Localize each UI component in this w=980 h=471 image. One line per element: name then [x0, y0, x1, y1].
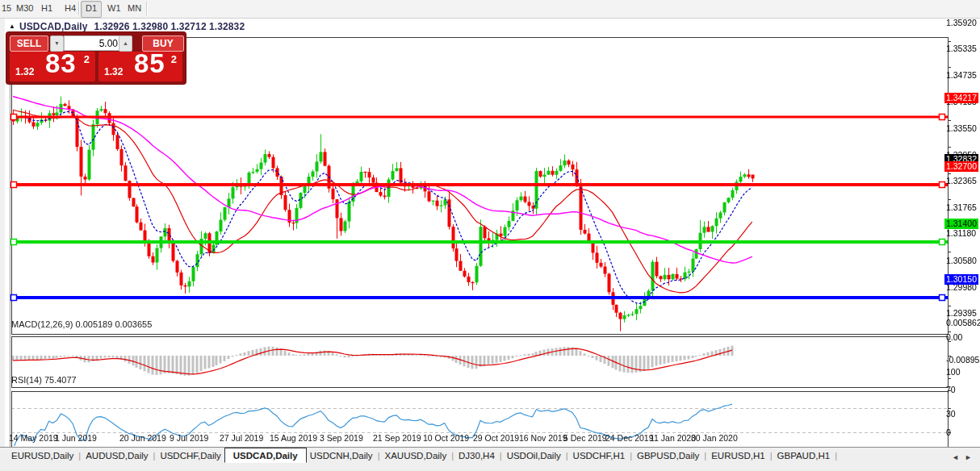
timeframe-button-h4[interactable]: H4: [61, 1, 80, 16]
toolbar-separator: [146, 2, 147, 15]
date-axis-label: 24 Dec 2019: [605, 433, 654, 443]
date-axis-label: 11 Jan 2020: [650, 433, 696, 443]
tab-separator: |: [450, 448, 455, 461]
sell-button[interactable]: SELL: [10, 35, 48, 52]
level-price-tag-1.31400: 1.31400: [944, 219, 978, 229]
level-price-tag-1.30150: 1.30150: [944, 274, 978, 285]
tab-separator: |: [628, 448, 634, 461]
price-axis-tick: 1.31180: [946, 228, 976, 238]
level-price-tag-1.32700: 1.32700: [944, 161, 978, 172]
date-axis-label: 3 Sep 2019: [320, 433, 363, 443]
volume-increase-button[interactable]: ▲: [119, 35, 132, 52]
date-axis-label: 29 Oct 2019: [473, 433, 519, 443]
tabs-scroll-left-button[interactable]: ◄: [949, 452, 962, 463]
date-axis-label: 5 Dec 2019: [563, 433, 607, 443]
rsi-axis-tick: 0: [946, 427, 951, 437]
timeframe-button-m30[interactable]: M30: [12, 1, 37, 16]
buy-price-sup: 2: [171, 53, 177, 65]
tab-separator: |: [376, 448, 382, 461]
rsi-axis-tick: 100: [946, 367, 961, 377]
macd-axis-tick: -0.008955: [946, 355, 980, 365]
date-axis-label: 27 Jul 2019: [220, 433, 263, 443]
tab-usdcnh-daily[interactable]: USDCNH,Daily: [307, 448, 376, 461]
symbol-tab-bar: EURUSD,Daily|AUDUSD,Daily|USDCHF,DailyUS…: [0, 447, 980, 471]
tab-usdchf-h1[interactable]: USDCHF,H1: [570, 448, 629, 461]
tab-dj30-h4[interactable]: DJ30,H4: [455, 448, 498, 461]
price-axis-tick: 1.30580: [946, 256, 977, 265]
tab-separator: |: [702, 448, 708, 461]
sell-price-prefix: 1.32: [15, 66, 34, 77]
date-axis-label: 21 Sep 2019: [373, 433, 421, 443]
mt4-terminal: { "toolbar": { "timeframes": [ {"label":…: [0, 0, 980, 471]
sell-price-button[interactable]: 1.32 83 2: [10, 52, 95, 81]
tabs-scroll-right-button[interactable]: ►: [961, 452, 975, 463]
macd-label: MACD(12,26,9) 0.005189 0.003655: [11, 319, 152, 329]
timeframe-button-mn[interactable]: MN: [124, 1, 145, 16]
price-axis-tick: 1.29395: [946, 308, 977, 318]
sell-price-big: 83: [45, 48, 77, 79]
tab-eurusd-h1[interactable]: EURUSD,H1: [708, 448, 768, 461]
tab-separator: |: [769, 448, 774, 461]
macd-axis-tick: 0.00: [946, 332, 962, 342]
buy-price-button[interactable]: 1.32 85 2: [98, 52, 182, 81]
date-axis-label: 10 Oct 2019: [423, 433, 469, 443]
tab-xauusd-daily[interactable]: XAUUSD,Daily: [381, 448, 450, 461]
buy-price-big: 85: [134, 48, 165, 79]
timeframe-button-d1[interactable]: D1: [81, 1, 102, 18]
level-price-tag-1.34217: 1.34217: [944, 93, 978, 103]
date-axis-label: 30 Jan 2020: [691, 433, 738, 443]
tab-separator: |: [77, 448, 82, 461]
price-axis-tick: 1.35335: [946, 44, 977, 53]
symbol-header: USDCAD,Daily1.32926 1.32980 1.32712 1.32…: [19, 21, 245, 32]
date-axis-label: 15 Aug 2019: [270, 433, 317, 443]
date-axis-label: 16 Nov 2019: [519, 433, 567, 443]
tab-usdcad-daily[interactable]: USDCAD,Daily: [224, 448, 307, 463]
date-axis-label: 14 May 2019: [9, 433, 58, 443]
timeframe-toolbar: 15M30H1H4D1W1MN: [0, 0, 980, 19]
date-axis-label: 9 Jul 2019: [170, 433, 208, 443]
spinner-down-icon: ▼: [54, 40, 60, 46]
tab-separator: |: [152, 448, 157, 461]
buy-price-prefix: 1.32: [104, 66, 123, 77]
tab-separator: |: [498, 448, 504, 461]
one-click-trade-panel: SELL ▼ ▲ BUY 1.32 83 2 1.32 85 2: [6, 32, 186, 84]
tab-separator: |: [564, 448, 570, 461]
date-axis-label: 20 Jun 2019: [119, 433, 166, 443]
chart-canvas[interactable]: [5, 19, 980, 471]
tab-gbpusd-daily[interactable]: GBPUSD,Daily: [634, 448, 702, 461]
sell-price-sup: 2: [84, 53, 90, 65]
toolbar-separator: [78, 2, 79, 15]
timeframe-button-w1[interactable]: W1: [103, 1, 125, 16]
price-axis-tick: 1.34735: [946, 70, 977, 80]
price-axis-tick: 1.31765: [946, 202, 977, 212]
price-axis-tick: 1.33550: [946, 123, 977, 133]
tab-usdoil-daily[interactable]: USDOil,Daily: [504, 448, 564, 461]
rsi-label: RSI(14) 75.4077: [11, 375, 77, 385]
spinner-up-icon: ▲: [123, 40, 128, 46]
tab-gbpaud-h1[interactable]: GBPAUD,H1: [774, 448, 834, 461]
ohlc-values: 1.32926 1.32980 1.32712 1.32832: [94, 21, 245, 32]
date-axis-label: 1 Jun 2019: [55, 433, 97, 443]
tab-audusd-daily[interactable]: AUDUSD,Daily: [82, 448, 151, 461]
price-axis-tick: 1.35920: [946, 18, 977, 27]
collapse-panel-icon[interactable]: ▲: [9, 23, 15, 30]
timeframe-button-h1[interactable]: H1: [37, 1, 57, 16]
price-axis-tick: 1.32365: [946, 176, 977, 185]
tab-usdchf-daily[interactable]: USDCHF,Daily: [157, 448, 224, 461]
rsi-axis-tick: 30: [946, 409, 956, 419]
macd-axis-tick: 0.005862: [946, 318, 980, 327]
rsi-axis-tick: 70: [946, 385, 956, 394]
symbol-name: USDCAD,Daily: [19, 21, 88, 32]
tab-separator: |: [833, 448, 839, 461]
tab-eurusd-daily[interactable]: EURUSD,Daily: [8, 448, 77, 461]
